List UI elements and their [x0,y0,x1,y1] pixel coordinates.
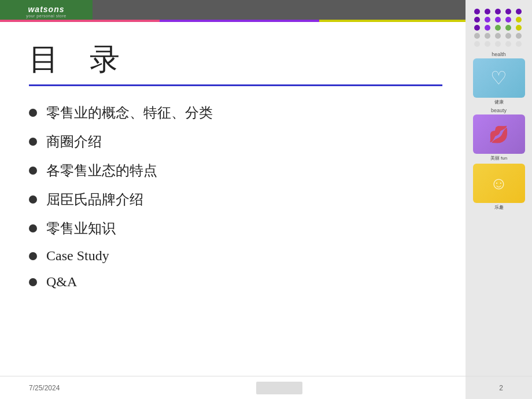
heart-icon: ♡ [490,69,507,87]
bullet-dot [29,278,37,286]
dot [495,9,501,14]
beauty-card: beauty 💋 美丽 fun [473,108,525,161]
dot [485,25,490,31]
bullet-text: 各零售业态的特点 [46,161,157,180]
dot [495,17,501,23]
dot [485,17,490,23]
bullet-text: 零售业的概念、特征、分类 [46,104,213,122]
dot [474,33,480,39]
brand-name: watsons [28,5,64,14]
top-banner: watsons your personal store [0,0,532,22]
bullet-dot [29,195,37,204]
title-underline [29,84,442,86]
dot [505,25,511,31]
list-item: 各零售业态的特点 [29,161,442,180]
beauty-sub-label: 美丽 fun [473,155,525,161]
footer: 7/25/2024 2 [0,376,532,399]
dot [505,17,511,23]
page-title: 目 录 [29,39,442,80]
dot [495,25,501,31]
bullet-dot [29,252,37,260]
footer-date: 7/25/2024 [29,384,60,392]
tagline: your personal store [26,14,66,18]
health-sub-label: 健康 [473,99,525,105]
beauty-box: 💋 [473,114,525,154]
dot [474,25,480,31]
dot [474,17,480,23]
bullet-text: 商圈介绍 [46,132,102,151]
lips-icon: 💋 [489,125,509,144]
bullet-dot [29,109,37,117]
list-item: Case Study [29,248,442,264]
health-card: health ♡ 健康 [473,51,525,105]
dot [474,41,480,47]
bullet-text: Case Study [46,248,109,264]
dot [474,9,480,14]
health-label: health [473,51,525,57]
list-item: Q&A [29,274,442,290]
dot [495,41,501,47]
health-box: ♡ [473,58,525,98]
footer-page-number: 2 [499,384,503,392]
watsons-logo: watsons your personal store [0,0,93,22]
fun-sub-label: 乐趣 [473,204,525,210]
right-panel: health ♡ 健康 beauty 💋 美丽 fun ☺ 乐趣 [466,0,532,399]
bullet-dot [29,138,37,146]
dot [516,9,522,14]
dots-grid [474,9,524,47]
bullet-list: 零售业的概念、特征、分类商圈介绍各零售业态的特点屈臣氏品牌介绍零售业知识Case… [29,104,442,290]
slide: watsons your personal store health ♡ 健康 … [0,0,532,399]
dot [505,33,511,39]
list-item: 零售业知识 [29,219,442,238]
smile-icon: ☺ [490,173,508,193]
beauty-label: beauty [473,108,525,113]
dot [495,33,501,39]
dot [505,41,511,47]
dot [485,41,490,47]
dot [516,17,522,23]
list-item: 商圈介绍 [29,132,442,151]
bullet-dot [29,224,37,232]
footer-logo-placeholder [256,382,302,394]
bullet-text: 零售业知识 [46,219,116,238]
main-content: 目 录 零售业的概念、特征、分类商圈介绍各零售业态的特点屈臣氏品牌介绍零售业知识… [0,22,466,376]
bullet-text: 屈臣氏品牌介绍 [46,190,143,209]
dot [516,33,522,39]
fun-box: ☺ [473,164,525,203]
dot [505,9,511,14]
dot [485,9,490,14]
bullet-dot [29,167,37,175]
dot [485,33,490,39]
fun-card: ☺ 乐趣 [473,164,525,210]
dot [516,25,522,31]
list-item: 屈臣氏品牌介绍 [29,190,442,209]
bullet-text: Q&A [46,274,77,290]
list-item: 零售业的概念、特征、分类 [29,104,442,122]
dot [516,41,522,47]
